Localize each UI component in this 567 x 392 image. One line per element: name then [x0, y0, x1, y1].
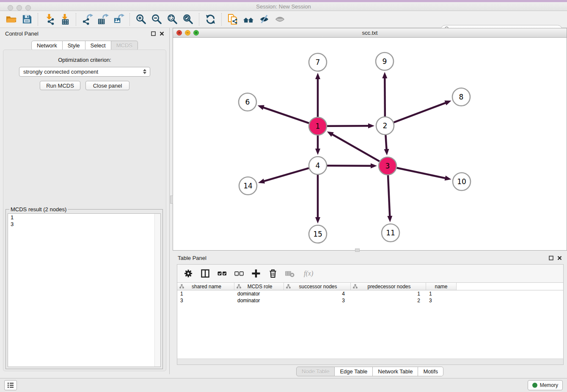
table-body: 1dominator4113dominator323 [177, 290, 563, 304]
gear-icon[interactable] [183, 268, 193, 279]
column-header-name[interactable]: name [426, 283, 457, 290]
criterion-selected-value: strongly connected component [23, 69, 98, 75]
edge-2-to-3[interactable] [384, 135, 389, 155]
tab-motifs[interactable]: Motifs [418, 367, 443, 376]
edge-1-to-6[interactable] [258, 105, 309, 123]
edge-3-to-11[interactable] [387, 175, 392, 222]
network-file-icon[interactable] [225, 12, 241, 27]
mcds-result-textarea[interactable]: 1 3 [8, 213, 161, 367]
table-row-1[interactable]: 1dominator411 [177, 290, 563, 297]
tab-mcds[interactable]: MCDS [111, 41, 138, 50]
tab-network[interactable]: Network [31, 41, 63, 50]
cell-shared-name[interactable]: 1 [177, 291, 234, 297]
zoom-fit-icon[interactable] [165, 12, 180, 27]
node-15[interactable]: 15 [309, 225, 327, 243]
edge-1-to-7[interactable] [315, 73, 320, 117]
zoom-out-icon[interactable] [149, 12, 165, 27]
control-panel: Control Panel NetworkStyleSelectMCDS Opt… [0, 28, 170, 374]
tab-edge-table[interactable]: Edge Table [335, 367, 373, 376]
node-8[interactable]: 8 [452, 88, 470, 106]
cell-name[interactable]: 3 [426, 298, 457, 304]
memory-button[interactable]: Memory [528, 380, 563, 390]
edge-1-to-4[interactable] [315, 135, 320, 155]
run-mcds-button[interactable]: Run MCDS [40, 81, 80, 90]
horizontal-splitter-grip[interactable] [355, 248, 360, 252]
edge-1-to-2[interactable] [327, 123, 374, 128]
table-header-row: shared nameMCDS rolesuccessor nodesprede… [177, 282, 563, 290]
cell-MCDS-role[interactable]: dominator [234, 291, 284, 297]
cell-shared-name[interactable]: 3 [177, 298, 234, 304]
network-window-titlebar[interactable]: × − + scc.txt [173, 28, 567, 38]
import-table-icon[interactable] [57, 12, 73, 27]
column-header-successor-nodes[interactable]: successor nodes [284, 283, 351, 290]
column-header-predecessor-nodes[interactable]: predecessor nodes [351, 283, 426, 290]
save-session-icon[interactable] [19, 12, 35, 27]
tab-select[interactable]: Select [85, 41, 111, 50]
node-4[interactable]: 4 [309, 157, 327, 174]
mcds-result-title: MCDS result (2 nodes) [9, 206, 68, 213]
node-9[interactable]: 9 [376, 52, 394, 70]
open-session-icon[interactable] [3, 12, 19, 27]
vertical-splitter-grip[interactable] [170, 196, 173, 204]
node-3[interactable]: 3 [379, 157, 396, 175]
node-6[interactable]: 6 [239, 93, 256, 111]
window-titlebar: Session: New Session [0, 0, 567, 11]
svg-text:11: 11 [386, 229, 395, 237]
first-neighbors-icon[interactable] [241, 12, 256, 27]
cell-predecessor-nodes[interactable]: 2 [351, 298, 426, 304]
network-canvas[interactable]: 1234678910111415 [173, 38, 567, 250]
column-header-shared-name[interactable]: shared name [177, 283, 234, 290]
table-toolbar: f(x) [177, 265, 563, 282]
zoom-selected-icon[interactable] [180, 12, 196, 27]
refresh-layout-icon[interactable] [203, 12, 218, 27]
export-network-icon[interactable] [80, 12, 95, 27]
node-11[interactable]: 11 [382, 224, 399, 242]
close-panel-button[interactable]: Close panel [85, 81, 129, 90]
column-header-MCDS-role[interactable]: MCDS role [234, 283, 284, 290]
toolbar-divider [38, 13, 39, 26]
table-horizontal-scrollbar[interactable] [177, 359, 563, 364]
edge-4-to-14[interactable] [258, 168, 309, 183]
add-row-icon[interactable] [251, 268, 261, 279]
node-table-container: f(x) shared nameMCDS rolesuccessor nodes… [177, 264, 564, 365]
edge-2-to-9[interactable] [382, 72, 387, 116]
show-all-icon [272, 12, 288, 27]
delete-row-icon[interactable] [268, 268, 278, 279]
edge-2-to-8[interactable] [394, 101, 451, 123]
zoom-in-icon[interactable] [133, 12, 149, 27]
node-10[interactable]: 10 [453, 173, 471, 190]
close-panel-icon[interactable] [160, 31, 164, 36]
hide-selected-icon[interactable] [256, 12, 272, 27]
float-table-panel-icon[interactable] [549, 256, 553, 260]
node-14[interactable]: 14 [239, 177, 257, 195]
result-scrollbar[interactable] [154, 214, 160, 367]
svg-text:9: 9 [383, 57, 387, 66]
edge-4-to-15[interactable] [315, 175, 320, 224]
node-1[interactable]: 1 [309, 117, 327, 135]
tab-style[interactable]: Style [63, 41, 85, 50]
edge-4-to-3[interactable] [327, 163, 377, 168]
cell-MCDS-role[interactable]: dominator [234, 298, 284, 304]
deselect-all-icon[interactable] [234, 268, 244, 279]
edge-3-to-10[interactable] [397, 168, 451, 181]
close-table-panel-icon[interactable] [557, 256, 562, 260]
float-panel-icon[interactable] [151, 31, 156, 36]
node-2[interactable]: 2 [376, 117, 394, 135]
criterion-select[interactable]: strongly connected component [19, 67, 150, 77]
cell-predecessor-nodes[interactable]: 1 [351, 291, 426, 297]
import-network-icon[interactable] [41, 12, 57, 27]
cell-successor-nodes[interactable]: 4 [284, 291, 351, 297]
memory-label: Memory [540, 382, 558, 388]
export-table-icon[interactable] [95, 12, 111, 27]
table-row-2[interactable]: 3dominator323 [177, 297, 563, 304]
cell-name[interactable]: 1 [426, 291, 457, 297]
split-columns-icon[interactable] [200, 268, 210, 279]
edge-3-to-1[interactable] [327, 131, 380, 161]
task-history-button[interactable] [4, 380, 17, 390]
export-image-icon[interactable] [111, 12, 127, 27]
cell-successor-nodes[interactable]: 3 [284, 298, 351, 304]
node-7[interactable]: 7 [309, 53, 327, 71]
select-all-icon[interactable] [217, 268, 227, 279]
tab-network-table[interactable]: Network Table [373, 367, 418, 376]
tab-node-table[interactable]: Node Table [296, 367, 335, 376]
